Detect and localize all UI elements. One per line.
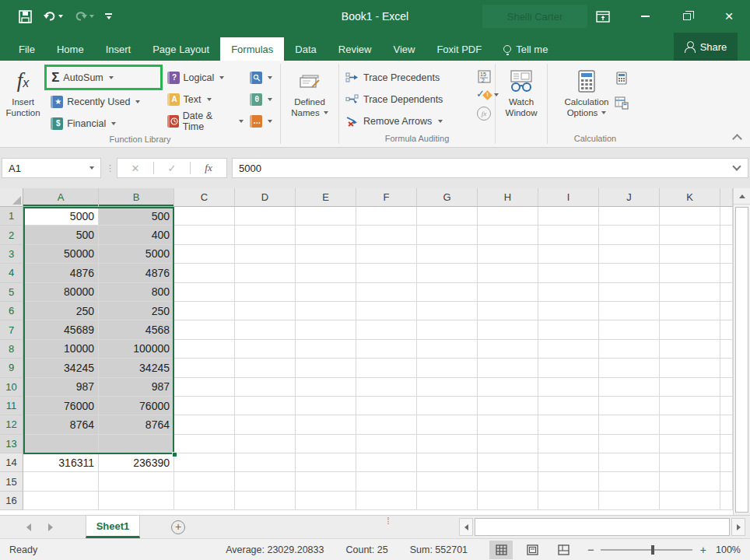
cell-I5[interactable] xyxy=(538,283,599,302)
logical-dropdown[interactable] xyxy=(219,76,224,79)
cell-E15[interactable] xyxy=(296,472,356,491)
cell-F15[interactable] xyxy=(356,472,417,491)
formula-bar-splitter[interactable]: ⋮ xyxy=(106,166,112,170)
cell-E13[interactable] xyxy=(296,435,356,453)
cell-K2[interactable] xyxy=(660,226,720,244)
name-box[interactable]: A1 xyxy=(2,158,101,178)
autosum-dropdown[interactable] xyxy=(109,76,114,79)
recently-used-dropdown[interactable] xyxy=(135,100,140,103)
more-functions-dropdown[interactable] xyxy=(268,120,272,123)
row-header-9[interactable]: 9 xyxy=(0,359,23,377)
cell-J15[interactable] xyxy=(599,472,660,491)
cell-H8[interactable] xyxy=(478,340,538,359)
cell-partial-8[interactable] xyxy=(720,340,733,359)
cell-I14[interactable] xyxy=(538,453,599,472)
next-sheet-button[interactable] xyxy=(48,523,53,531)
cell-C3[interactable] xyxy=(174,245,235,264)
cell-B12[interactable]: 8764 xyxy=(99,415,174,434)
cell-I7[interactable] xyxy=(538,320,599,339)
cell-F7[interactable] xyxy=(356,320,417,339)
cell-partial-15[interactable] xyxy=(720,472,733,491)
cell-C7[interactable] xyxy=(174,320,235,339)
cell-B3[interactable]: 5000 xyxy=(99,245,174,264)
page-break-preview-button[interactable] xyxy=(552,541,575,559)
cell-K12[interactable] xyxy=(660,415,720,434)
cell-F13[interactable] xyxy=(356,435,417,453)
trace-dependents-button[interactable]: Trace Dependents xyxy=(339,89,471,110)
insert-function-button[interactable]: fx Insert Function xyxy=(0,65,46,120)
cell-J8[interactable] xyxy=(599,340,660,359)
cell-H10[interactable] xyxy=(478,378,538,397)
cell-C6[interactable] xyxy=(174,302,235,320)
cell-partial-6[interactable] xyxy=(720,302,733,320)
cell-J16[interactable] xyxy=(599,492,660,510)
cell-G4[interactable] xyxy=(417,264,478,282)
cell-E4[interactable] xyxy=(296,264,356,282)
cell-partial-2[interactable] xyxy=(720,226,733,244)
row-header-15[interactable]: 15 xyxy=(0,472,23,491)
page-layout-view-button[interactable] xyxy=(520,541,544,559)
cell-H9[interactable] xyxy=(478,359,538,377)
cell-partial-3[interactable] xyxy=(720,245,733,264)
cell-I16[interactable] xyxy=(538,492,599,510)
cell-I2[interactable] xyxy=(538,226,599,244)
tab-tell-me[interactable]: Tell me xyxy=(492,37,559,61)
cell-F9[interactable] xyxy=(356,359,417,377)
trace-precedents-button[interactable]: Trace Precedents xyxy=(339,67,471,88)
cell-B5[interactable]: 800 xyxy=(99,283,174,302)
col-header-b[interactable]: B xyxy=(99,188,174,207)
cell-K1[interactable] xyxy=(660,207,720,226)
cell-I1[interactable] xyxy=(538,207,599,226)
cell-H15[interactable] xyxy=(478,472,538,491)
cell-partial-13[interactable] xyxy=(720,435,733,453)
cell-J7[interactable] xyxy=(599,320,660,339)
row-header-6[interactable]: 6 xyxy=(0,302,23,320)
new-sheet-button[interactable]: + xyxy=(171,520,185,534)
cell-E1[interactable] xyxy=(296,207,356,226)
select-all-corner[interactable] xyxy=(0,188,23,207)
close-button[interactable]: × xyxy=(708,0,750,33)
cell-G16[interactable] xyxy=(417,492,478,510)
cell-A15[interactable] xyxy=(23,472,99,491)
cell-C15[interactable] xyxy=(174,472,235,491)
tab-insert[interactable]: Insert xyxy=(95,37,142,61)
cell-G2[interactable] xyxy=(417,226,478,244)
cell-K7[interactable] xyxy=(660,320,720,339)
cell-B10[interactable]: 987 xyxy=(99,378,174,397)
customize-qat-button[interactable] xyxy=(105,13,112,19)
cell-A14[interactable]: 316311 xyxy=(23,453,99,472)
cell-D5[interactable] xyxy=(235,283,296,302)
row-header-16[interactable]: 16 xyxy=(0,492,23,510)
cell-H1[interactable] xyxy=(478,207,538,226)
cell-G8[interactable] xyxy=(417,340,478,359)
show-formulas-button[interactable]: 15 2 xyxy=(476,67,492,86)
restore-button[interactable] xyxy=(666,0,708,33)
lookup-reference-button[interactable] xyxy=(248,67,280,88)
col-header-i[interactable]: I xyxy=(538,188,599,207)
cell-H11[interactable] xyxy=(478,397,538,415)
cell-partial-4[interactable] xyxy=(720,264,733,282)
error-checking-dropdown[interactable] xyxy=(494,93,499,96)
normal-view-button[interactable] xyxy=(489,541,513,559)
cell-D2[interactable] xyxy=(235,226,296,244)
cell-B4[interactable]: 4876 xyxy=(99,264,174,282)
cell-G15[interactable] xyxy=(417,472,478,491)
watch-window-button[interactable]: Watch Window xyxy=(502,65,541,120)
cell-C4[interactable] xyxy=(174,264,235,282)
cell-A9[interactable]: 34245 xyxy=(23,359,99,377)
date-time-button[interactable]: Date & Time xyxy=(163,110,248,131)
cell-J10[interactable] xyxy=(599,378,660,397)
cell-C2[interactable] xyxy=(174,226,235,244)
cell-E2[interactable] xyxy=(296,226,356,244)
cell-A13[interactable] xyxy=(23,435,99,453)
cell-I3[interactable] xyxy=(538,245,599,264)
zoom-slider[interactable] xyxy=(601,549,692,551)
cell-B13[interactable] xyxy=(99,435,174,453)
cell-H2[interactable] xyxy=(478,226,538,244)
cell-C14[interactable] xyxy=(174,453,235,472)
sheet-tab-sheet1[interactable]: Sheet1 xyxy=(86,516,140,538)
lookup-reference-dropdown[interactable] xyxy=(268,76,272,79)
math-trig-button[interactable]: θ xyxy=(248,89,280,110)
cell-I9[interactable] xyxy=(538,359,599,377)
financial-dropdown[interactable] xyxy=(111,122,116,125)
